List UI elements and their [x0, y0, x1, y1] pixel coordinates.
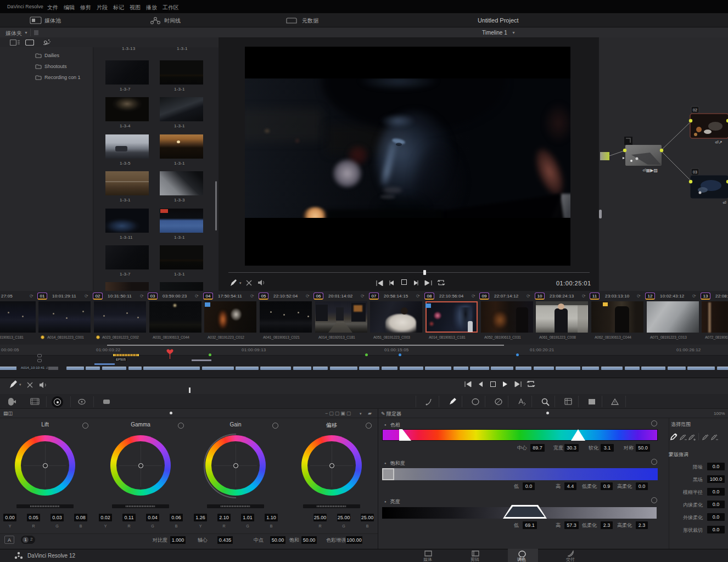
svg-text:02: 02 [693, 108, 697, 112]
svg-text:⏎: ⏎ [723, 200, 726, 205]
svg-text:⏎↗: ⏎↗ [715, 140, 722, 145]
svg-text:⏎▦▶▨: ⏎▦▶▨ [642, 168, 658, 173]
svg-text:03: 03 [693, 170, 697, 174]
